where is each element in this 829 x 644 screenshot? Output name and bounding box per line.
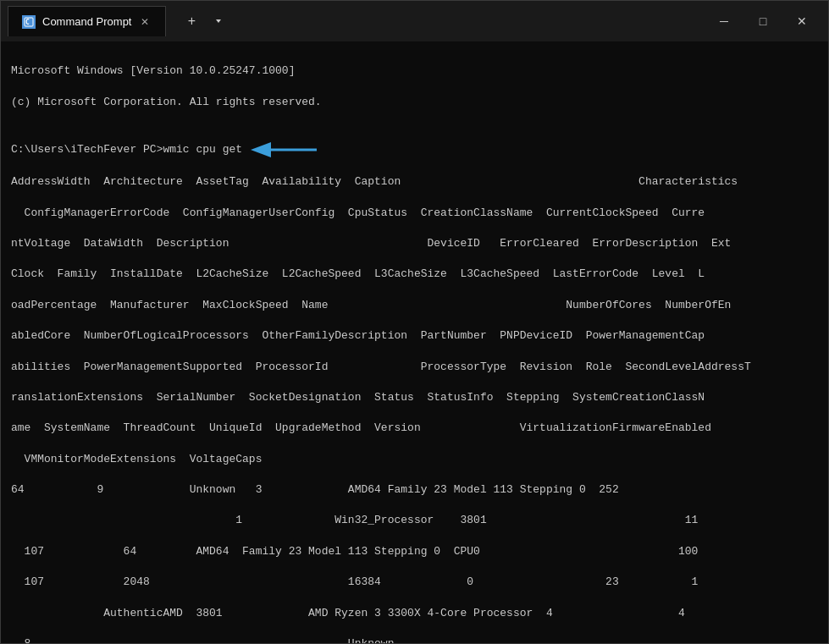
line-13: ame SystemName ThreadCount UniqueId Upgr… [11, 421, 818, 436]
line-7: ntVoltage DataWidth Description DeviceID… [11, 236, 818, 251]
line-17: 107 64 AMD64 Family 23 Model 113 Steppin… [11, 544, 818, 559]
console-output: Microsoft Windows [Version 10.0.25247.10… [1, 41, 828, 643]
minimize-button[interactable]: ─ [705, 8, 743, 35]
line-5: AddressWidth Architecture AssetTag Avail… [11, 174, 818, 190]
new-tab-button[interactable]: + [180, 9, 203, 33]
line-20: 8 Unknown [11, 636, 818, 643]
line-19: AuthenticAMD 3801 AMD Ryzen 3 3300X 4-Co… [11, 606, 818, 621]
title-bar: C Command Prompt ✕ + ─ □ ✕ [1, 1, 828, 41]
line-1: Microsoft Windows [Version 10.0.25247.10… [11, 63, 818, 79]
arrow-1-icon [249, 140, 325, 159]
toolbar-buttons: + [180, 9, 230, 33]
line-18: 107 2048 16384 0 23 1 [11, 575, 818, 590]
line-11: abilities PowerManagementSupported Proce… [11, 360, 818, 375]
window-controls: ─ □ ✕ [705, 8, 821, 35]
line-8: Clock Family InstallDate L2CacheSize L2C… [11, 267, 818, 282]
close-button[interactable]: ✕ [782, 8, 821, 35]
title-bar-left: C Command Prompt ✕ + [8, 6, 705, 36]
line-14: VMMonitorModeExtensions VoltageCaps [11, 452, 818, 467]
line-10: abledCore NumberOfLogicalProcessors Othe… [11, 328, 818, 344]
terminal-icon: C [22, 15, 36, 29]
svg-text:C: C [25, 19, 30, 26]
line-15: 64 9 Unknown 3 AMD64 Family 23 Model 113… [11, 482, 818, 498]
line-12: ranslationExtensions SerialNumber Socket… [11, 390, 818, 405]
line-9: oadPercentage Manufacturer MaxClockSpeed… [11, 298, 818, 313]
line-4: C:\Users\iTechFever PC>wmic cpu get [11, 140, 818, 159]
tab-close-button[interactable]: ✕ [138, 15, 152, 29]
active-tab[interactable]: C Command Prompt ✕ [8, 6, 166, 36]
maximize-button[interactable]: □ [743, 8, 782, 35]
line-16: 1 Win32_Processor 3801 11 [11, 513, 818, 528]
window: C Command Prompt ✕ + ─ □ ✕ Microsoft Wi [0, 0, 829, 644]
line-6: ConfigManagerErrorCode ConfigManagerUser… [11, 206, 818, 221]
line-2: (c) Microsoft Corporation. All rights re… [11, 95, 818, 110]
dropdown-button[interactable] [207, 9, 230, 33]
tab-title: Command Prompt [42, 15, 131, 28]
